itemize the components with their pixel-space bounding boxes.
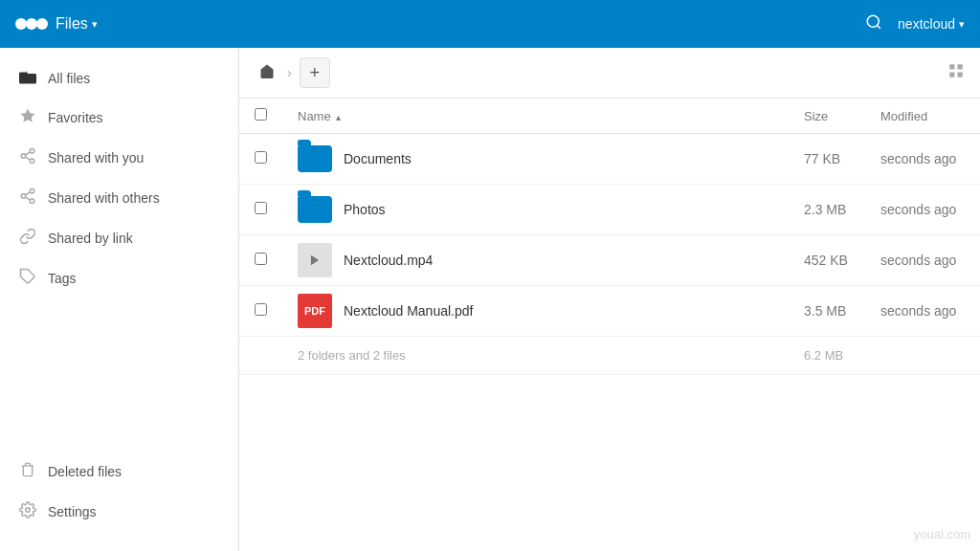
svg-point-26 xyxy=(738,203,742,207)
share-action-icon[interactable] xyxy=(725,301,746,321)
gear-icon xyxy=(19,501,36,522)
search-icon[interactable] xyxy=(865,13,882,34)
size-column-header[interactable]: Size xyxy=(789,99,865,134)
sidebar-item-label: All files xyxy=(48,71,90,86)
svg-point-21 xyxy=(738,152,742,156)
sidebar-item-settings[interactable]: Settings xyxy=(0,492,238,532)
add-button[interactable]: + xyxy=(300,57,330,88)
row-checkbox[interactable] xyxy=(255,202,267,214)
svg-line-40 xyxy=(734,310,738,312)
row-checkbox[interactable] xyxy=(255,303,267,316)
sidebar: All files Favorites xyxy=(0,48,239,551)
sidebar-item-label: Deleted files xyxy=(48,464,122,479)
pdf-file-icon: PDF xyxy=(298,294,332,328)
share-action-icon[interactable] xyxy=(725,149,746,169)
sidebar-nav: All files Favorites xyxy=(0,59,238,298)
row-checkbox-cell xyxy=(239,134,282,185)
more-actions-icon[interactable]: ··· xyxy=(754,149,773,168)
row-checkbox[interactable] xyxy=(255,253,267,265)
svg-line-8 xyxy=(25,157,30,160)
view-toggle-button[interactable] xyxy=(947,62,965,83)
user-menu[interactable]: nextcloud ▾ xyxy=(898,16,965,32)
folder-icon xyxy=(298,192,332,227)
sidebar-item-label: Favorites xyxy=(48,110,103,125)
share-action-icon[interactable] xyxy=(725,251,746,271)
sidebar-item-deleted-files[interactable]: Deleted files xyxy=(0,452,238,492)
name-column-header[interactable]: Name ▴ xyxy=(282,99,710,134)
file-table: Name ▴ Size Modified xyxy=(239,99,980,551)
toolbar: › + xyxy=(239,48,980,99)
svg-line-13 xyxy=(25,197,30,200)
header-left: Files ▾ xyxy=(15,14,98,33)
sidebar-item-all-files[interactable]: All files xyxy=(0,59,238,98)
file-name[interactable]: Documents xyxy=(344,151,412,166)
file-row-name: PDF Nextcloud Manual.pdf xyxy=(298,294,695,328)
summary-row: 2 folders and 2 files 6.2 MB xyxy=(239,337,980,375)
modified-column-header[interactable]: Modified xyxy=(865,99,980,134)
row-checkbox[interactable] xyxy=(255,151,267,164)
svg-point-3 xyxy=(867,15,879,27)
svg-point-39 xyxy=(738,312,742,316)
select-all-header xyxy=(239,99,282,134)
svg-point-0 xyxy=(15,18,27,30)
file-name[interactable]: Nextcloud.mp4 xyxy=(344,253,433,268)
home-button[interactable] xyxy=(255,59,279,86)
star-icon xyxy=(19,107,36,128)
svg-line-35 xyxy=(734,259,738,261)
sidebar-item-shared-by-link[interactable]: Shared by link xyxy=(0,218,238,258)
svg-point-32 xyxy=(738,253,742,257)
share-action-icon[interactable] xyxy=(725,200,746,220)
svg-point-23 xyxy=(738,160,742,164)
svg-line-41 xyxy=(734,306,738,308)
more-actions-icon[interactable]: ··· xyxy=(754,301,773,320)
sidebar-item-shared-with-others[interactable]: Shared with others xyxy=(0,178,238,218)
svg-point-37 xyxy=(738,304,742,308)
file-name-cell: PDF Nextcloud Manual.pdf xyxy=(282,286,710,337)
svg-point-28 xyxy=(738,210,742,214)
file-name-cell: Nextcloud.mp4 xyxy=(282,235,710,286)
files-list: Name ▴ Size Modified xyxy=(239,99,980,375)
svg-marker-31 xyxy=(311,255,319,266)
file-size-cell: 3.5 MB xyxy=(789,286,865,337)
svg-point-2 xyxy=(36,18,48,30)
video-file-icon xyxy=(298,243,332,277)
row-checkbox-cell xyxy=(239,286,282,337)
sidebar-item-label: Tags xyxy=(48,271,77,286)
file-modified-cell: seconds ago xyxy=(865,286,980,337)
file-actions-cell: ··· xyxy=(710,185,789,235)
svg-point-11 xyxy=(21,194,26,199)
sidebar-item-label: Settings xyxy=(48,504,97,519)
nextcloud-logo[interactable] xyxy=(15,14,48,33)
sidebar-item-tags[interactable]: Tags xyxy=(0,258,238,298)
svg-line-14 xyxy=(25,192,30,195)
app-chevron-icon: ▾ xyxy=(92,18,98,31)
svg-point-22 xyxy=(731,156,735,160)
svg-point-1 xyxy=(26,18,37,30)
select-all-checkbox[interactable] xyxy=(255,108,267,121)
svg-point-12 xyxy=(30,199,34,204)
trash-icon xyxy=(19,461,36,482)
svg-point-38 xyxy=(731,308,735,312)
svg-point-33 xyxy=(731,257,735,261)
sidebar-item-label: Shared with others xyxy=(48,190,160,206)
svg-point-7 xyxy=(30,159,34,164)
more-actions-icon[interactable]: ··· xyxy=(754,200,773,219)
svg-rect-18 xyxy=(958,64,963,69)
sidebar-item-favorites[interactable]: Favorites xyxy=(0,98,238,138)
file-name[interactable]: Nextcloud Manual.pdf xyxy=(344,303,473,319)
svg-point-6 xyxy=(21,154,26,159)
header: Files ▾ nextcloud ▾ xyxy=(0,0,980,48)
app-name[interactable]: Files ▾ xyxy=(56,15,98,33)
more-actions-icon[interactable]: ··· xyxy=(754,251,773,270)
svg-rect-20 xyxy=(958,73,963,77)
toolbar-right xyxy=(947,62,965,83)
file-name[interactable]: Photos xyxy=(344,202,386,217)
file-modified-cell: seconds ago xyxy=(865,185,980,235)
file-actions-cell: ··· xyxy=(710,134,789,185)
sidebar-bottom: Deleted files Settings xyxy=(0,452,238,540)
file-modified-cell: seconds ago xyxy=(865,134,980,185)
svg-point-16 xyxy=(26,508,31,513)
summary-text-cell: 2 folders and 2 files xyxy=(282,337,710,375)
sidebar-item-shared-with-you[interactable]: Shared with you xyxy=(0,138,238,178)
share-out-icon xyxy=(19,187,36,209)
